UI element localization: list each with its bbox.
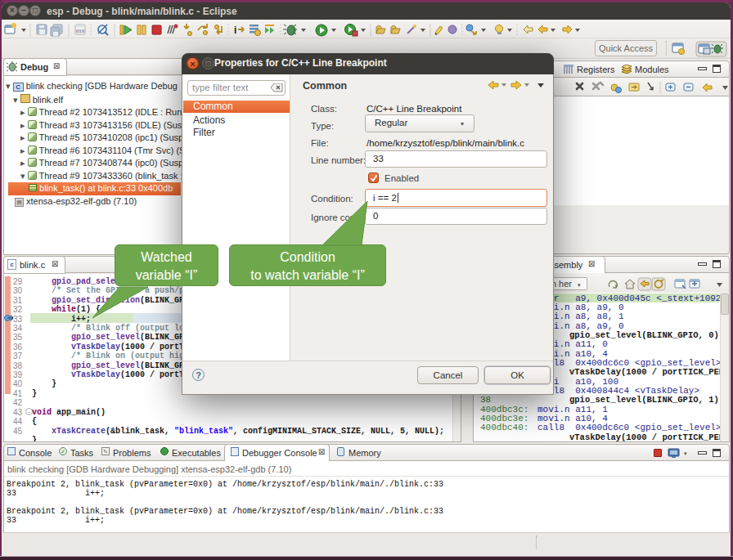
svg-text:010: 010 [76,29,85,34]
svg-text:i: i [234,25,236,36]
